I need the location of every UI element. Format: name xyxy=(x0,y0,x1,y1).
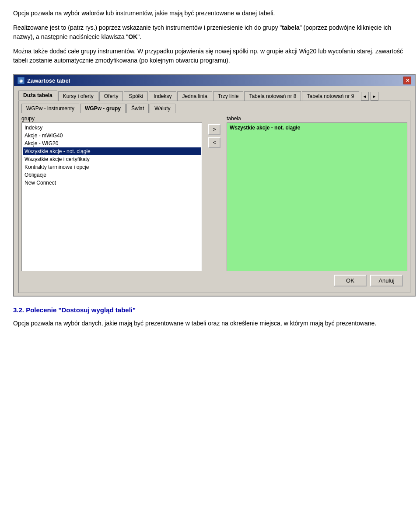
dialog-body: Duża tabela Kursy i oferty Oferty Spółki… xyxy=(14,86,415,296)
dialog-footer: OK Anuluj xyxy=(21,271,407,290)
right-panel: tabela Wszystkie akcje - not. ciągłe xyxy=(227,115,407,271)
right-panel-label: tabela xyxy=(227,115,407,122)
bottom-section: 3.2. Polecenie "Dostosuj wygląd tabeli" … xyxy=(13,305,407,328)
dialog-titlebar: ◉ Zawartość tabel ✕ xyxy=(14,75,415,86)
paragraph-3: Można także dodać całe grupy instrumentó… xyxy=(13,47,407,65)
tab-jedna-linia[interactable]: Jedna linia xyxy=(177,91,212,101)
list-item[interactable]: Akcje - WIG20 xyxy=(23,140,201,147)
left-panel: grupy Indeksy Akcje - mWIG40 Akcje - WIG… xyxy=(21,115,202,271)
list-item[interactable]: Wszystkie akcje i certyfikaty xyxy=(23,155,201,163)
subtab-wgpw-grupy[interactable]: WGPw - grupy xyxy=(80,104,126,113)
list-item[interactable]: Kontrakty terminowe i opcje xyxy=(23,163,201,171)
tab-oferty[interactable]: Oferty xyxy=(99,91,123,101)
tab-notowania-9[interactable]: Tabela notowań nr 9 xyxy=(302,91,359,101)
section-heading: 3.2. Polecenie "Dostosuj wygląd tabeli" xyxy=(13,305,407,315)
groups-listbox[interactable]: Indeksy Akcje - mWIG40 Akcje - WIG20 Wsz… xyxy=(21,122,202,271)
subtab-wgpw-instrumenty[interactable]: WGPw - instrumenty xyxy=(21,104,79,113)
move-right-button[interactable]: > xyxy=(208,124,220,135)
tabela-item[interactable]: Wszystkie akcje - not. ciągłe xyxy=(228,124,406,132)
list-item[interactable]: Akcje - mWIG40 xyxy=(23,132,201,140)
list-item-new-connect[interactable]: New Connect xyxy=(23,179,201,187)
page-content: Opcja pozwala na wybór walorów lub instr… xyxy=(0,0,420,342)
tab-nav-next[interactable]: ► xyxy=(371,92,378,101)
tab-duza-tabela[interactable]: Duża tabela xyxy=(18,91,57,101)
columns-layout: grupy Indeksy Akcje - mWIG40 Akcje - WIG… xyxy=(21,115,407,271)
dialog-icon: ◉ xyxy=(18,77,24,84)
tab-nav-prev[interactable]: ◄ xyxy=(361,92,369,101)
tab-spolki[interactable]: Spółki xyxy=(124,91,148,101)
dialog-title: Zawartość tabel xyxy=(27,77,70,84)
tabs-row: Duża tabela Kursy i oferty Oferty Spółki… xyxy=(17,89,412,101)
list-item[interactable]: Indeksy xyxy=(23,124,201,132)
dialog-close-button[interactable]: ✕ xyxy=(403,77,411,84)
paragraph-1: Opcja pozwala na wybór walorów lub instr… xyxy=(13,9,407,18)
bold-ok: OK xyxy=(128,33,137,40)
tab-trzy-linie[interactable]: Trzy linie xyxy=(213,91,244,101)
tabela-listbox[interactable]: Wszystkie akcje - not. ciągłe xyxy=(227,122,407,271)
subtab-waluty[interactable]: Waluty xyxy=(150,104,175,113)
bottom-paragraph: Opcja pozwala na wybór danych, jakie maj… xyxy=(13,319,407,328)
cancel-button[interactable]: Anuluj xyxy=(370,275,403,286)
titlebar-left: ◉ Zawartość tabel xyxy=(18,77,70,84)
dialog: ◉ Zawartość tabel ✕ Duża tabela Kursy i … xyxy=(13,74,416,297)
paragraph-2: Realizowane jest to (patrz rys.) poprzez… xyxy=(13,23,407,42)
move-left-button[interactable]: < xyxy=(208,137,220,148)
bold-tabela: tabela xyxy=(282,24,299,31)
tab-indeksy[interactable]: Indeksy xyxy=(149,91,176,101)
tab-notowania-8[interactable]: Tabela notowań nr 8 xyxy=(244,91,301,101)
list-item-selected[interactable]: Wszystkie akcje - not. ciągłe xyxy=(23,147,201,155)
tab-kursy[interactable]: Kursy i oferty xyxy=(58,91,98,101)
main-panel: WGPw - instrumenty WGPw - grupy Świat Wa… xyxy=(18,101,410,293)
subtabs-row: WGPw - instrumenty WGPw - grupy Świat Wa… xyxy=(21,104,407,113)
subtab-swiat[interactable]: Świat xyxy=(126,104,149,113)
left-panel-label: grupy xyxy=(21,115,202,122)
list-item[interactable]: Obligacje xyxy=(23,171,201,179)
ok-button[interactable]: OK xyxy=(334,275,367,286)
middle-buttons: > < xyxy=(206,124,223,148)
